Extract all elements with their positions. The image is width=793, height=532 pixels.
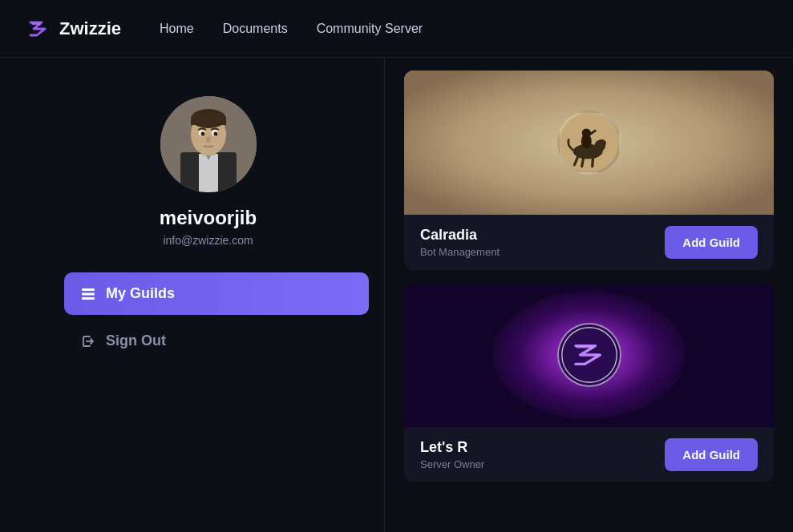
guild-role-lets-r: Server Owner	[420, 458, 484, 470]
navbar: Zwizzie Home Documents Community Server	[0, 0, 793, 58]
guild-card-calradia: Calradia Bot Management Add Guild	[404, 71, 774, 270]
svg-rect-9	[191, 119, 226, 125]
svg-line-25	[592, 158, 593, 167]
content-area: Calradia Bot Management Add Guild	[385, 58, 793, 532]
svg-point-12	[200, 132, 204, 136]
guilds-icon	[80, 286, 96, 302]
guild-banner-lets-r	[404, 283, 774, 427]
guild-card-lets-r: Let's R Server Owner Add Guild	[404, 283, 774, 482]
nav-link-documents[interactable]: Documents	[223, 22, 288, 36]
guild-avatar-image-calradia	[560, 111, 619, 175]
add-guild-button-calradia[interactable]: Add Guild	[665, 226, 758, 259]
sidebar-item-my-guilds-label: My Guilds	[106, 285, 175, 302]
guild-name-calradia: Calradia	[420, 227, 500, 244]
sidebar: meivoorjib info@zwizzie.com My Guilds	[0, 58, 385, 532]
guild-info-text-calradia: Calradia Bot Management	[420, 227, 500, 258]
brand-name-text: Zwizzie	[59, 18, 121, 39]
avatar	[160, 96, 257, 192]
zwizzie-logo-icon	[26, 16, 51, 42]
add-guild-button-lets-r[interactable]: Add Guild	[665, 438, 758, 471]
nav-links: Home Documents Community Server	[160, 22, 423, 36]
guild-role-calradia: Bot Management	[420, 246, 500, 258]
main-layout: meivoorjib info@zwizzie.com My Guilds	[0, 58, 793, 532]
guild-avatar-image-lets-r	[559, 323, 620, 387]
user-email-text: info@zwizzie.com	[163, 234, 253, 247]
guild-info-row-lets-r: Let's R Server Owner Add Guild	[404, 427, 774, 482]
avatar-image	[160, 96, 257, 192]
svg-point-13	[213, 132, 217, 136]
svg-point-14	[206, 136, 211, 143]
svg-rect-15	[82, 288, 95, 291]
signout-icon	[80, 333, 96, 349]
guild-info-row-calradia: Calradia Bot Management Add Guild	[404, 215, 774, 270]
guild-avatar-lets-r	[557, 323, 621, 387]
nav-brand: Zwizzie	[26, 16, 121, 42]
nav-link-community-server[interactable]: Community Server	[317, 22, 423, 36]
sidebar-item-my-guilds[interactable]: My Guilds	[64, 272, 369, 315]
guild-banner-calradia	[404, 71, 774, 215]
sidebar-item-sign-out-label: Sign Out	[106, 332, 166, 349]
sidebar-menu: My Guilds Sign Out	[64, 272, 352, 361]
sidebar-item-sign-out[interactable]: Sign Out	[64, 321, 369, 361]
username-text: meivoorjib	[160, 207, 257, 229]
guild-name-lets-r: Let's R	[420, 439, 484, 456]
svg-rect-17	[82, 297, 95, 300]
svg-rect-16	[82, 292, 95, 295]
svg-line-24	[581, 158, 583, 167]
guild-info-text-lets-r: Let's R Server Owner	[420, 439, 484, 470]
nav-link-home[interactable]: Home	[160, 22, 194, 36]
user-section: meivoorjib info@zwizzie.com	[64, 96, 352, 247]
guild-avatar-calradia	[557, 111, 621, 175]
